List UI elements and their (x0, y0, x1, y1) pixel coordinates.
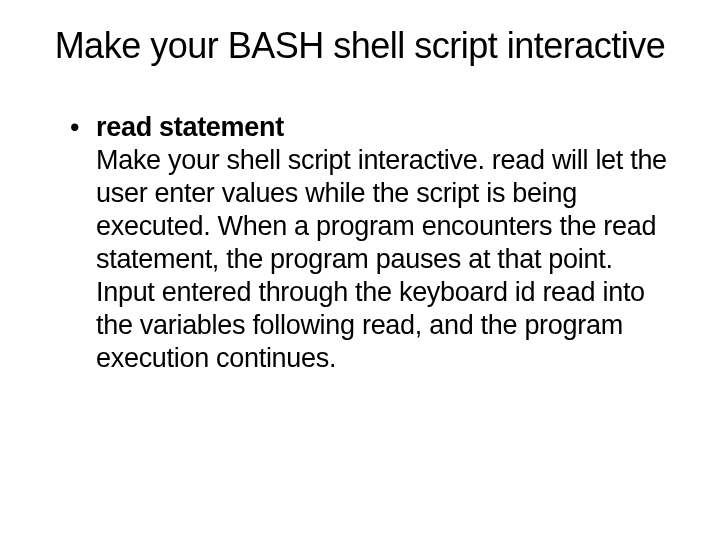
bullet-item: read statement Make your shell script in… (70, 111, 670, 375)
bullet-list: read statement Make your shell script in… (50, 111, 670, 375)
bullet-heading: read statement (96, 112, 284, 142)
slide-title: Make your BASH shell script interactive (50, 25, 670, 66)
bullet-body: Make your shell script interactive. read… (96, 145, 667, 373)
